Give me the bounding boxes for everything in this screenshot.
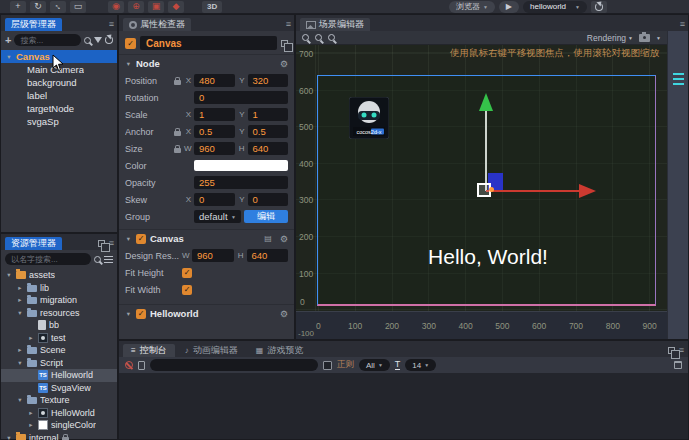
hierarchy-node[interactable]: label xyxy=(1,89,117,102)
section-canvas[interactable]: ▾ Canvas ▤ ⚙ xyxy=(119,229,294,247)
scene-select[interactable]: helloworld▼ xyxy=(523,1,587,13)
tab-assets[interactable]: 资源管理器 xyxy=(5,237,62,250)
skew-x-input[interactable]: 0 xyxy=(194,193,235,206)
lock-icon[interactable] xyxy=(174,148,181,153)
console-output[interactable] xyxy=(119,373,688,439)
asset-item[interactable]: ▸ test xyxy=(1,332,117,345)
position-x-input[interactable]: 480 xyxy=(194,74,235,87)
create-node-button[interactable]: + xyxy=(5,35,11,45)
size-h-input[interactable]: 640 xyxy=(248,142,289,155)
fit-height-checkbox[interactable] xyxy=(182,268,192,278)
anchor-x-input[interactable]: 0.5 xyxy=(194,125,235,138)
position-y-input[interactable]: 320 xyxy=(248,74,289,87)
asset-item[interactable]: ▸ migration xyxy=(1,294,117,307)
scene-viewport[interactable]: 使用鼠标右键平移视图焦点，使用滚轮对视图缩放 70060050040030020… xyxy=(296,45,667,339)
asset-item[interactable]: ▾ resources xyxy=(1,307,117,320)
regex-checkbox[interactable] xyxy=(323,361,332,370)
move-tool-button[interactable]: + xyxy=(10,1,26,13)
tab-scene[interactable]: 场景编辑器 xyxy=(300,18,370,31)
scale-y-input[interactable]: 1 xyxy=(248,108,289,121)
group-select[interactable]: default▼ xyxy=(194,210,241,223)
asset-item[interactable]: ▾ Texture xyxy=(1,394,117,407)
design-w-input[interactable]: 960 xyxy=(192,249,234,262)
right-dock-strip[interactable] xyxy=(667,31,688,339)
clear-console-icon[interactable] xyxy=(125,361,133,369)
open-log-icon[interactable] xyxy=(138,361,145,370)
opacity-input[interactable]: 255 xyxy=(194,176,288,189)
tab-inspector[interactable]: 属性检查器 xyxy=(123,18,191,31)
gear-icon[interactable]: ⚙ xyxy=(280,234,288,244)
gear-icon[interactable]: ⚙ xyxy=(280,59,288,69)
hello-world-label[interactable]: Hello, World! xyxy=(388,245,588,269)
component-enabled-checkbox[interactable] xyxy=(136,309,146,319)
zoom-out-icon[interactable] xyxy=(315,34,322,41)
cocos-sprite[interactable]: cocos2d-x xyxy=(349,97,389,139)
refresh-icon[interactable] xyxy=(105,36,113,44)
play-button[interactable]: ▶ xyxy=(499,1,519,13)
refresh-button[interactable] xyxy=(591,1,607,13)
search-icon[interactable] xyxy=(84,37,91,44)
popout-icon[interactable] xyxy=(668,347,675,354)
gizmo-local-button[interactable]: ▣ xyxy=(148,1,164,13)
design-h-input[interactable]: 640 xyxy=(247,249,289,262)
filter-icon[interactable] xyxy=(94,37,102,43)
panel-menu-icon[interactable]: ≡ xyxy=(680,20,685,29)
group-edit-button[interactable]: 编辑 xyxy=(244,210,288,223)
hierarchy-node[interactable]: ▾ Canvas xyxy=(1,50,117,63)
gizmo-pivot-button[interactable]: ◉ xyxy=(108,1,124,13)
console-tab[interactable]: ♪ 动画编辑器 xyxy=(177,344,246,357)
gizmo-world-button[interactable]: ◆ xyxy=(168,1,184,13)
hierarchy-node[interactable]: targetNode xyxy=(1,102,117,115)
asset-item[interactable]: ▸ Scene xyxy=(1,344,117,357)
scale-tool-button[interactable]: ↔ xyxy=(50,1,66,13)
trash-icon[interactable] xyxy=(674,361,682,369)
hierarchy-node[interactable]: Main Camera xyxy=(1,63,117,76)
zoom-in-icon[interactable] xyxy=(302,34,309,41)
section-node[interactable]: ▾ Node ⚙ xyxy=(119,54,294,72)
console-tab[interactable]: ▦ 游戏预览 xyxy=(248,344,312,357)
browser-select[interactable]: 浏览器▼ xyxy=(449,1,495,13)
3d-mode-button[interactable]: 3D xyxy=(202,1,222,13)
component-enabled-checkbox[interactable] xyxy=(136,234,146,244)
asset-item[interactable]: ▸ lib xyxy=(1,282,117,295)
asset-item[interactable]: ▾ assets xyxy=(1,269,117,282)
lock-icon[interactable] xyxy=(174,131,181,136)
node-link-icon[interactable] xyxy=(281,40,288,47)
gear-icon[interactable]: ⚙ xyxy=(280,309,288,319)
font-size-select[interactable]: 14▼ xyxy=(405,359,436,371)
gizmo-y-axis-arrow[interactable] xyxy=(479,93,493,111)
asset-item[interactable]: ▾ internal xyxy=(1,432,117,440)
asset-item[interactable]: ▸ singleColor xyxy=(1,419,117,432)
sort-icon[interactable] xyxy=(104,256,113,263)
lock-icon[interactable] xyxy=(174,80,181,85)
search-icon[interactable] xyxy=(94,256,101,263)
anchor-y-input[interactable]: 0.5 xyxy=(248,125,289,138)
node-active-checkbox[interactable] xyxy=(125,38,136,49)
fit-width-checkbox[interactable] xyxy=(182,285,192,295)
tab-hierarchy[interactable]: 层级管理器 xyxy=(5,18,62,31)
console-tab[interactable]: ≡ 控制台 xyxy=(123,344,175,357)
hierarchy-search-input[interactable] xyxy=(14,34,81,46)
color-swatch[interactable] xyxy=(194,160,288,171)
asset-item[interactable]: ▸ HelloWorld xyxy=(1,407,117,420)
hierarchy-node[interactable]: background xyxy=(1,76,117,89)
console-filter-input[interactable] xyxy=(150,359,318,371)
asset-item[interactable]: bb xyxy=(1,319,117,332)
panel-menu-icon[interactable]: ≡ xyxy=(109,20,114,29)
zoom-reset-icon[interactable] xyxy=(328,34,335,41)
asset-item[interactable]: Helloworld xyxy=(1,369,117,382)
chevron-down-icon[interactable]: ▼ xyxy=(656,35,661,41)
gizmo-anchor-button[interactable]: ⊕ xyxy=(128,1,144,13)
skew-y-input[interactable]: 0 xyxy=(248,193,289,206)
size-w-input[interactable]: 960 xyxy=(194,142,235,155)
help-icon[interactable]: ▤ xyxy=(264,234,272,243)
asset-item[interactable]: ▾ Script xyxy=(1,357,117,370)
rotation-input[interactable]: 0 xyxy=(194,91,288,104)
panel-menu-icon[interactable]: ≡ xyxy=(286,20,291,29)
scale-x-input[interactable]: 1 xyxy=(194,108,235,121)
rendering-select[interactable]: Rendering▼ xyxy=(587,33,633,43)
log-level-select[interactable]: All▼ xyxy=(359,359,390,371)
node-name-field[interactable]: Canvas xyxy=(140,36,277,50)
asset-item[interactable]: SvgaView xyxy=(1,382,117,395)
hierarchy-node[interactable]: svgaSp xyxy=(1,115,117,128)
